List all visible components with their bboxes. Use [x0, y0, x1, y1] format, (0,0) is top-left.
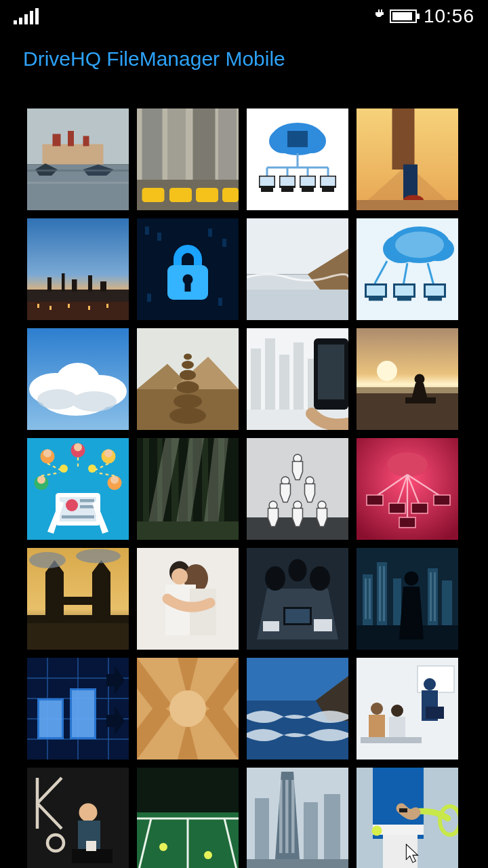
svg-rect-251 [426, 707, 444, 719]
svg-rect-274 [324, 794, 340, 859]
svg-rect-272 [255, 798, 269, 859]
svg-rect-92 [367, 285, 385, 296]
thumb-presentation-group[interactable] [357, 658, 458, 760]
thumb-cafe-man[interactable] [27, 768, 129, 868]
svg-rect-120 [318, 344, 344, 399]
svg-rect-204 [263, 621, 279, 631]
svg-rect-5 [83, 136, 89, 146]
svg-point-170 [387, 452, 428, 477]
thumb-tennis-court[interactable] [137, 768, 239, 868]
svg-point-252 [371, 703, 383, 715]
svg-point-107 [174, 395, 202, 409]
svg-marker-220 [399, 587, 424, 639]
svg-rect-123 [357, 387, 458, 430]
thumb-red-cloud-network[interactable] [357, 438, 458, 540]
svg-rect-48 [357, 200, 458, 210]
svg-rect-256 [361, 737, 422, 743]
svg-rect-72 [185, 281, 191, 292]
thumb-paper-people-pyramid[interactable] [247, 438, 348, 540]
svg-rect-60 [88, 306, 90, 310]
svg-rect-144 [80, 499, 94, 502]
svg-point-140 [88, 465, 96, 473]
svg-rect-113 [251, 349, 261, 410]
svg-point-284 [372, 826, 382, 836]
thumb-beach-sunset-person[interactable] [357, 328, 458, 430]
svg-point-100 [37, 389, 78, 410]
svg-point-111 [184, 354, 192, 360]
thumb-harbor-boats[interactable] [27, 108, 129, 210]
svg-rect-2 [43, 144, 104, 165]
thumb-cloud-network[interactable] [247, 108, 348, 210]
thumb-digital-padlock[interactable] [137, 218, 239, 320]
svg-rect-208 [377, 562, 387, 625]
thumb-man-silhouette-city[interactable] [357, 548, 458, 650]
svg-rect-55 [100, 281, 106, 292]
svg-rect-66 [222, 239, 226, 247]
svg-point-139 [60, 465, 68, 473]
svg-rect-19 [222, 188, 239, 202]
status-clock: 10:56 [424, 5, 474, 27]
svg-point-269 [159, 843, 167, 851]
thumb-couple-hug[interactable] [137, 548, 239, 650]
thumb-sky-clouds[interactable] [27, 328, 129, 430]
svg-rect-180 [399, 517, 415, 528]
svg-rect-253 [369, 715, 385, 737]
svg-rect-12 [167, 108, 186, 180]
svg-rect-64 [157, 233, 161, 241]
svg-rect-63 [145, 226, 149, 235]
svg-rect-273 [304, 802, 318, 859]
thumb-tennis-player[interactable] [357, 768, 458, 868]
svg-point-143 [66, 499, 78, 511]
svg-rect-51 [47, 277, 52, 292]
thumb-ocean-waves[interactable] [247, 658, 348, 760]
svg-rect-205 [314, 619, 332, 631]
thumb-skyline-dusk[interactable] [27, 218, 129, 320]
thumb-blue-servers-arrows[interactable] [27, 658, 129, 760]
svg-rect-87 [369, 298, 383, 301]
svg-point-194 [171, 568, 188, 585]
status-bar: 10:56 [0, 0, 488, 33]
svg-rect-67 [147, 294, 151, 302]
photo-grid[interactable] [27, 108, 461, 868]
svg-rect-186 [64, 597, 92, 605]
svg-rect-115 [279, 355, 289, 410]
svg-rect-14 [218, 108, 237, 180]
svg-rect-94 [426, 285, 444, 296]
thumb-phone-city[interactable] [247, 328, 348, 430]
svg-rect-279 [247, 859, 348, 868]
thumb-desert-cairn[interactable] [137, 328, 239, 430]
svg-rect-58 [49, 306, 52, 310]
charger-icon [373, 7, 386, 22]
svg-point-108 [177, 381, 199, 393]
svg-rect-216 [430, 572, 432, 621]
thumb-city-skyscraper[interactable] [247, 768, 348, 868]
thumb-city-taxis[interactable] [137, 108, 239, 210]
svg-point-249 [424, 678, 436, 690]
svg-rect-176 [367, 495, 383, 505]
svg-point-136 [37, 476, 45, 484]
svg-rect-124 [357, 387, 458, 393]
thumb-coast-cliff[interactable] [247, 218, 348, 320]
thumb-tower-bridge-sunset[interactable] [27, 548, 129, 650]
svg-rect-178 [411, 503, 428, 513]
svg-rect-53 [72, 279, 77, 292]
svg-rect-217 [434, 572, 436, 621]
thumb-forest-rays[interactable] [137, 438, 239, 540]
svg-rect-36 [302, 188, 314, 192]
svg-rect-93 [395, 285, 413, 296]
svg-rect-159 [137, 521, 239, 540]
svg-point-270 [204, 851, 212, 859]
svg-rect-232 [72, 690, 94, 737]
thumb-business-meeting-topdown[interactable] [247, 548, 348, 650]
svg-rect-187 [27, 615, 129, 623]
thumb-cloud-devices[interactable] [357, 218, 458, 320]
thumb-team-tablet-illustration[interactable] [27, 438, 129, 540]
svg-rect-177 [389, 503, 405, 513]
svg-point-219 [405, 572, 419, 586]
svg-point-188 [29, 552, 66, 568]
thumb-runner-sunset[interactable] [357, 108, 458, 210]
svg-rect-16 [142, 188, 165, 202]
svg-point-138 [110, 476, 119, 484]
svg-point-242 [169, 690, 206, 727]
thumb-hands-together[interactable] [137, 658, 239, 760]
